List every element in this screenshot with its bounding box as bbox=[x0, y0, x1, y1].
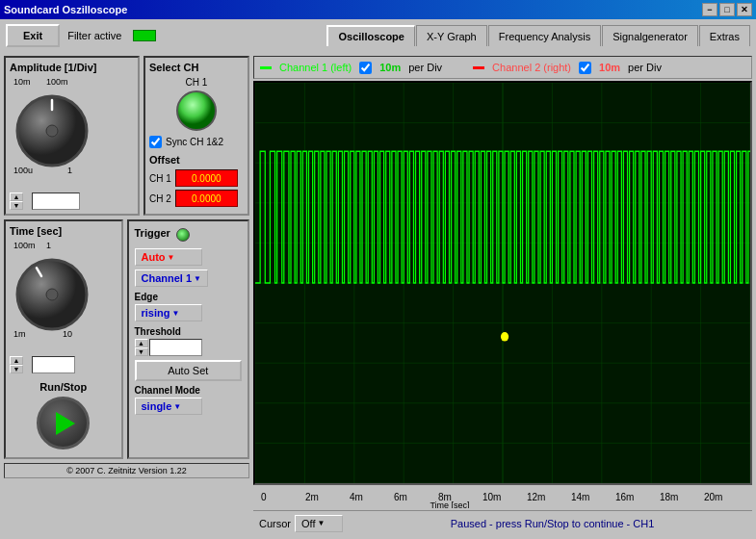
sync-checkbox[interactable] bbox=[149, 136, 162, 148]
offset-ch2-row: CH 2 0.0000 bbox=[149, 190, 244, 207]
time-down-btn[interactable]: ▼ bbox=[10, 365, 23, 373]
svg-text:Time [sec]: Time [sec] bbox=[430, 500, 469, 508]
copyright-bar: © 2007 C. Zeitnitz Version 1.22 bbox=[4, 463, 249, 478]
tab-frequency[interactable]: Frequency Analysis bbox=[488, 25, 601, 46]
trigger-channel-btn[interactable]: Channel 1 ▼ bbox=[135, 270, 209, 287]
svg-point-6 bbox=[46, 289, 58, 300]
offset-ch1-value[interactable]: 0.0000 bbox=[175, 169, 238, 187]
amplitude-row: Amplitude [1/Div] 10m 100m bbox=[4, 56, 249, 216]
offset-ch2-value[interactable]: 0.0000 bbox=[175, 190, 238, 207]
time-label: Time [sec] bbox=[10, 225, 117, 237]
tab-xy-graph[interactable]: X-Y Graph bbox=[416, 25, 487, 46]
amp-knob-label-bottomleft: 100u bbox=[13, 166, 33, 175]
trigger-mode-btn[interactable]: Auto ▼ bbox=[135, 248, 202, 266]
app-title: Soundcard Oszilloscope bbox=[4, 4, 127, 15]
close-button[interactable]: ✕ bbox=[737, 3, 752, 16]
threshold-down-btn[interactable]: ▼ bbox=[135, 347, 148, 356]
offset-label: Offset bbox=[149, 154, 244, 166]
toolbar: Exit Filter active Oscilloscope X-Y Grap… bbox=[0, 19, 756, 52]
play-icon bbox=[56, 412, 75, 435]
threshold-input[interactable]: 0.01 bbox=[149, 339, 202, 356]
time-value-input[interactable]: 20m bbox=[32, 356, 75, 373]
amp-up-btn[interactable]: ▲ bbox=[10, 192, 23, 201]
svg-text:10m: 10m bbox=[482, 492, 501, 502]
trigger-led bbox=[176, 228, 190, 242]
trigger-channel-arrow: ▼ bbox=[194, 274, 201, 283]
ch2-color-indicator bbox=[473, 66, 484, 69]
time-trigger-row: Time [sec] 100m 1 bbox=[4, 219, 249, 459]
ch2-checkbox[interactable] bbox=[579, 62, 591, 74]
run-stop-label: Run/Stop bbox=[10, 381, 117, 393]
tab-signal-gen[interactable]: Signalgenerator bbox=[602, 25, 698, 46]
copyright-text: © 2007 C. Zeitnitz Version 1.22 bbox=[66, 466, 187, 475]
amplitude-label: Amplitude [1/Div] bbox=[10, 62, 134, 73]
content-area: Amplitude [1/Div] 10m 100m bbox=[0, 52, 756, 539]
title-bar: Soundcard Oszilloscope − □ ✕ bbox=[0, 0, 756, 19]
amp-knob-label-bottomright: 1 bbox=[67, 166, 72, 175]
status-text: Paused - press Run/Stop to continue - CH… bbox=[358, 518, 746, 529]
threshold-up-btn[interactable]: ▲ bbox=[135, 339, 148, 347]
channel-mode-arrow: ▼ bbox=[173, 402, 181, 411]
channel-info-bar: Channel 1 (left) 10m per Div Channel 2 (… bbox=[253, 56, 752, 79]
time-knob-topright: 1 bbox=[46, 241, 51, 250]
edge-value-btn[interactable]: rising ▼ bbox=[135, 304, 202, 321]
trigger-header: Trigger bbox=[135, 227, 243, 243]
ch1-checkbox[interactable] bbox=[359, 62, 372, 74]
svg-text:20m: 20m bbox=[704, 492, 722, 502]
offset-ch2-label: CH 2 bbox=[149, 193, 171, 204]
time-value-wrap: ▲ ▼ 20m bbox=[10, 356, 117, 373]
channel-mode-section: Channel Mode single ▼ bbox=[135, 385, 243, 415]
main-window: Exit Filter active Oscilloscope X-Y Grap… bbox=[0, 19, 756, 539]
svg-point-3 bbox=[177, 91, 216, 130]
auto-set-button[interactable]: Auto Set bbox=[135, 360, 243, 381]
amp-down-btn[interactable]: ▼ bbox=[10, 201, 23, 210]
svg-text:16m: 16m bbox=[615, 492, 634, 502]
amplitude-knob[interactable] bbox=[13, 92, 91, 169]
amplitude-value-input[interactable]: 0.01 bbox=[32, 192, 80, 210]
ch2-per-div: 10m bbox=[599, 62, 620, 73]
amplitude-control: Amplitude [1/Div] 10m 100m bbox=[4, 56, 140, 216]
tab-extras[interactable]: Extras bbox=[699, 25, 750, 46]
ch1-color-indicator bbox=[260, 66, 272, 69]
minimize-button[interactable]: − bbox=[702, 3, 717, 16]
time-up-btn[interactable]: ▲ bbox=[10, 356, 23, 365]
scope-display bbox=[253, 81, 752, 485]
time-axis: 0 2m 4m 6m 8m 10m 12m 14m 16m 18m 20m Ti… bbox=[253, 487, 752, 508]
select-ch-label: Select CH bbox=[149, 62, 244, 73]
ch1-led[interactable] bbox=[175, 90, 218, 132]
right-panel: Channel 1 (left) 10m per Div Channel 2 (… bbox=[253, 56, 752, 535]
tab-oscilloscope[interactable]: Oscilloscope bbox=[326, 25, 414, 46]
cursor-dropdown[interactable]: Off ▼ bbox=[295, 515, 343, 532]
time-control: Time [sec] 100m 1 bbox=[4, 219, 123, 459]
tabs-area: Oscilloscope X-Y Graph Frequency Analysi… bbox=[326, 25, 750, 46]
run-stop-section: Run/Stop bbox=[10, 381, 117, 449]
ch2-unit: per Div bbox=[628, 62, 662, 73]
sync-row: Sync CH 1&2 bbox=[149, 136, 244, 148]
svg-text:12m: 12m bbox=[527, 492, 545, 502]
time-knob-topleft: 100m bbox=[13, 241, 36, 250]
edge-arrow: ▼ bbox=[171, 309, 179, 318]
ch1-per-div: 10m bbox=[379, 62, 401, 73]
svg-text:2m: 2m bbox=[305, 492, 319, 502]
cursor-section: Cursor Off ▼ bbox=[259, 515, 343, 532]
maximize-button[interactable]: □ bbox=[719, 3, 735, 16]
trigger-control: Trigger Auto ▼ Channel 1 ▼ Edge bbox=[127, 219, 250, 459]
svg-point-2 bbox=[46, 125, 58, 137]
amp-knob-label-topleft: 10m bbox=[13, 77, 31, 87]
time-axis-svg: 0 2m 4m 6m 8m 10m 12m 14m 16m 18m 20m Ti… bbox=[257, 487, 748, 508]
svg-text:6m: 6m bbox=[394, 492, 407, 502]
exit-button[interactable]: Exit bbox=[6, 24, 60, 47]
ch1-unit: per Div bbox=[408, 62, 442, 73]
time-knob[interactable] bbox=[13, 256, 91, 333]
svg-text:18m: 18m bbox=[660, 492, 678, 502]
channel-mode-btn[interactable]: single ▼ bbox=[135, 398, 202, 415]
window-controls: − □ ✕ bbox=[702, 3, 752, 16]
channel-mode-label: Channel Mode bbox=[135, 385, 243, 396]
run-stop-button[interactable] bbox=[37, 397, 90, 449]
ch1-label: Channel 1 (left) bbox=[279, 62, 352, 73]
offset-ch1-label: CH 1 bbox=[149, 173, 171, 184]
cursor-marker bbox=[501, 332, 508, 342]
trigger-mode-arrow: ▼ bbox=[168, 253, 175, 262]
select-ch-control: Select CH CH 1 bbox=[143, 56, 249, 216]
ch1-text: CH 1 bbox=[149, 77, 244, 88]
